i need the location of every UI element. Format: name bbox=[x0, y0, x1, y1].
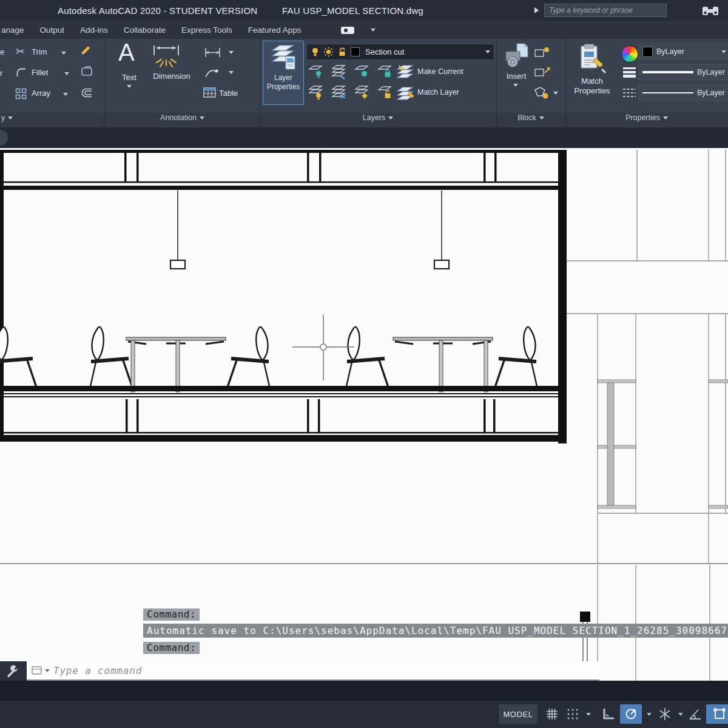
layer-select-dropdown[interactable]: Section cut bbox=[306, 44, 494, 60]
command-history-line: Command: bbox=[143, 608, 200, 621]
layer-lock-icon[interactable] bbox=[377, 64, 394, 80]
box-icon[interactable] bbox=[81, 66, 93, 76]
lightbulb-icon[interactable] bbox=[311, 47, 320, 57]
fillet-arc-icon[interactable] bbox=[16, 68, 27, 77]
object-snap-button[interactable] bbox=[706, 704, 728, 724]
recent-commands-dropdown-icon[interactable] bbox=[45, 669, 50, 672]
linetype-icon[interactable] bbox=[622, 87, 636, 98]
screencast-dropdown-icon[interactable] bbox=[371, 29, 376, 32]
unlock-icon[interactable] bbox=[337, 47, 347, 57]
fillet-dropdown-icon[interactable] bbox=[64, 72, 69, 75]
tab-manage-partial[interactable]: anage bbox=[1, 25, 24, 35]
command-window-icon[interactable] bbox=[32, 666, 42, 675]
layer-properties-label: Layer bbox=[263, 73, 303, 83]
object-color-dropdown[interactable]: ByLayer bbox=[638, 44, 728, 59]
panel-properties: Match Properties ByLayer ByLayer bbox=[565, 39, 728, 127]
match-properties-icon[interactable] bbox=[579, 44, 607, 75]
layer-thaw-icon[interactable] bbox=[354, 85, 371, 101]
ribbon: e r ✂ Trim Fillet bbox=[0, 39, 728, 129]
layer-unisolate-icon[interactable] bbox=[331, 64, 348, 80]
layer-on-icon[interactable] bbox=[331, 85, 348, 101]
block-sync-icon[interactable] bbox=[533, 86, 550, 101]
command-input[interactable] bbox=[52, 664, 599, 677]
snap-mode-button[interactable] bbox=[564, 704, 581, 724]
text-dropdown-icon[interactable] bbox=[127, 85, 132, 88]
insert-dropdown-icon[interactable] bbox=[513, 84, 518, 87]
text-button[interactable]: Text bbox=[111, 73, 147, 82]
panel-label-block[interactable]: Block bbox=[496, 113, 565, 122]
match-properties-button[interactable]: Match bbox=[565, 76, 619, 86]
layer-off-icon[interactable] bbox=[308, 85, 325, 101]
panel-label-annotation[interactable]: Annotation bbox=[105, 113, 260, 122]
dim-dropdown-icon[interactable] bbox=[229, 51, 234, 54]
block-attribute-icon[interactable] bbox=[534, 66, 551, 79]
color-dropdown-icon bbox=[721, 50, 726, 53]
stretch-icon[interactable] bbox=[79, 87, 93, 98]
lineweight-icon[interactable] bbox=[622, 67, 636, 78]
ortho-mode-button[interactable] bbox=[599, 704, 618, 724]
search-expand-icon[interactable] bbox=[534, 7, 539, 13]
command-bar bbox=[0, 661, 599, 681]
lineweight-dropdown[interactable]: ByLayer bbox=[638, 64, 728, 80]
tab-output[interactable]: Output bbox=[40, 25, 65, 35]
autocad-window: Autodesk AutoCAD 2020 - STUDENT VERSION … bbox=[0, 0, 728, 728]
match-properties-button-line2[interactable]: Properties bbox=[565, 86, 619, 95]
layer-color-swatch[interactable] bbox=[351, 47, 360, 56]
array-button[interactable]: Array bbox=[32, 89, 50, 98]
array-grid-icon[interactable] bbox=[15, 88, 27, 99]
leader-dropdown-icon[interactable] bbox=[229, 71, 234, 74]
block-dropdown-icon[interactable] bbox=[553, 92, 558, 95]
tab-collaborate[interactable]: Collaborate bbox=[124, 25, 166, 35]
grid-display-button[interactable] bbox=[542, 704, 562, 724]
object-snap-tracking-button[interactable] bbox=[687, 704, 704, 724]
titlebar: Autodesk AutoCAD 2020 - STUDENT VERSION … bbox=[0, 0, 728, 21]
dimension-button[interactable]: Dimension bbox=[147, 72, 196, 81]
linear-dim-icon[interactable] bbox=[204, 47, 221, 58]
block-edit-icon[interactable] bbox=[534, 46, 551, 59]
make-current-icon[interactable] bbox=[396, 63, 415, 80]
command-input-area[interactable] bbox=[27, 661, 599, 681]
bottom-gap bbox=[0, 681, 728, 701]
drawing-canvas[interactable]: Command: Automatic save to C:\Users\seba… bbox=[0, 148, 728, 682]
snap-dropdown-icon[interactable] bbox=[582, 704, 595, 724]
trim-dropdown-icon[interactable] bbox=[61, 52, 66, 55]
make-current-button[interactable]: Make Current bbox=[417, 67, 463, 76]
match-layer-button[interactable]: Match Layer bbox=[417, 88, 459, 96]
array-dropdown-icon[interactable] bbox=[63, 93, 68, 96]
help-search-input[interactable] bbox=[544, 4, 667, 17]
table-button[interactable]: Table bbox=[219, 89, 238, 98]
text-a-icon[interactable]: A bbox=[118, 39, 135, 66]
command-customize-button[interactable] bbox=[0, 661, 27, 681]
layer-unlock-icon[interactable] bbox=[377, 85, 394, 101]
color-wheel-icon[interactable] bbox=[621, 46, 638, 62]
layer-freeze-icon[interactable] bbox=[354, 64, 371, 80]
insert-button[interactable]: Insert bbox=[501, 72, 531, 81]
linetype-dropdown[interactable]: ByLayer bbox=[638, 85, 728, 101]
panel-label-modify[interactable]: y bbox=[0, 113, 106, 122]
tab-add-ins[interactable]: Add-ins bbox=[80, 25, 108, 35]
sun-icon[interactable] bbox=[323, 47, 334, 57]
binoculars-search-icon[interactable] bbox=[701, 5, 720, 17]
pencil-icon[interactable] bbox=[79, 44, 92, 57]
table-icon[interactable] bbox=[203, 87, 216, 98]
panel-label-layers[interactable]: Layers bbox=[260, 113, 496, 122]
isodraft-dropdown-icon[interactable] bbox=[675, 704, 687, 724]
layer-dropdown-icon[interactable] bbox=[485, 50, 490, 53]
polar-dropdown-icon[interactable] bbox=[643, 704, 655, 724]
insert-block-icon[interactable] bbox=[505, 42, 529, 69]
layer-isolate-icon[interactable] bbox=[308, 64, 325, 80]
trim-button[interactable]: Trim bbox=[32, 47, 47, 56]
scissors-trim-icon[interactable]: ✂ bbox=[16, 45, 25, 58]
tab-featured-apps[interactable]: Featured Apps bbox=[248, 25, 302, 35]
layer-properties-button[interactable]: Layer Properties bbox=[263, 41, 304, 105]
isodraft-button[interactable] bbox=[656, 704, 673, 724]
tab-express-tools[interactable]: Express Tools bbox=[181, 25, 232, 35]
polar-tracking-button[interactable] bbox=[620, 704, 642, 724]
screencast-icon[interactable] bbox=[340, 25, 355, 35]
model-space-button[interactable]: MODEL bbox=[499, 704, 538, 724]
leader-icon[interactable] bbox=[204, 67, 220, 78]
fillet-button[interactable]: Fillet bbox=[32, 68, 48, 77]
panel-label-properties[interactable]: Properties bbox=[565, 113, 728, 122]
dimension-icon[interactable] bbox=[151, 44, 181, 68]
match-layer-icon[interactable] bbox=[396, 85, 415, 102]
